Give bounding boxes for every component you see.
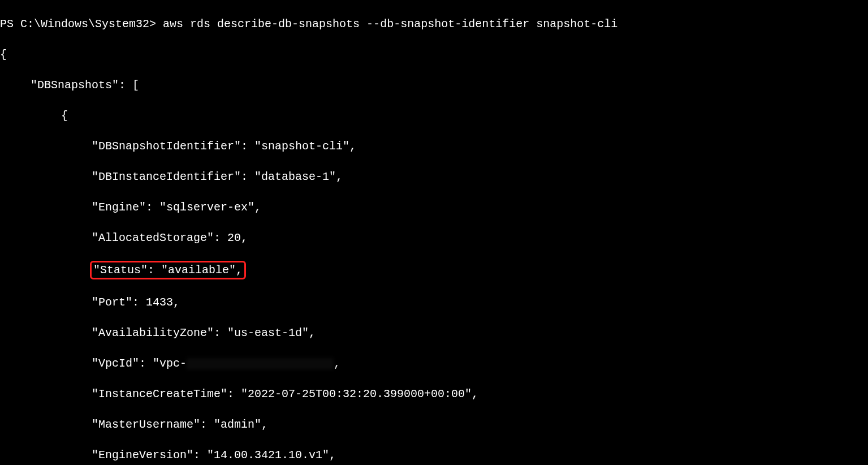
- json-object-open: {: [0, 108, 868, 123]
- command-text: aws rds describe-db-snapshots --db-snaps…: [163, 18, 617, 31]
- terminal-output: PS C:\Windows\System32> aws rds describe…: [0, 1, 868, 465]
- highlight-annotation: "Status": "available",: [90, 261, 246, 279]
- field-allocated-storage: "AllocatedStorage": 20,: [0, 230, 868, 246]
- field-dbsnapshot-identifier: "DBSnapshotIdentifier": "snapshot-cli",: [0, 139, 868, 154]
- field-port: "Port": 1433,: [0, 295, 868, 310]
- field-instance-create-time: "InstanceCreateTime": "2022-07-25T00:32:…: [0, 386, 868, 402]
- json-open-brace: {: [0, 47, 868, 62]
- field-master-username: "MasterUsername": "admin",: [0, 417, 868, 432]
- field-status: "Status": "available",: [93, 264, 243, 277]
- prompt-prefix: PS C:\Windows\System32>: [0, 18, 156, 31]
- prompt-line: PS C:\Windows\System32> aws rds describe…: [0, 16, 868, 32]
- field-engine-version: "EngineVersion": "14.00.3421.10.v1",: [0, 447, 868, 463]
- field-dbinstance-identifier: "DBInstanceIdentifier": "database-1",: [0, 169, 868, 184]
- json-array-key: "DBSnapshots": [: [0, 78, 868, 93]
- field-status-highlighted: "Status": "available",: [0, 261, 868, 279]
- field-vpc-id: "VpcId": "vpc-,: [0, 356, 868, 371]
- field-availability-zone: "AvailabilityZone": "us-east-1d",: [0, 325, 868, 341]
- field-engine: "Engine": "sqlserver-ex",: [0, 200, 868, 215]
- redacted-vpc: [187, 358, 334, 369]
